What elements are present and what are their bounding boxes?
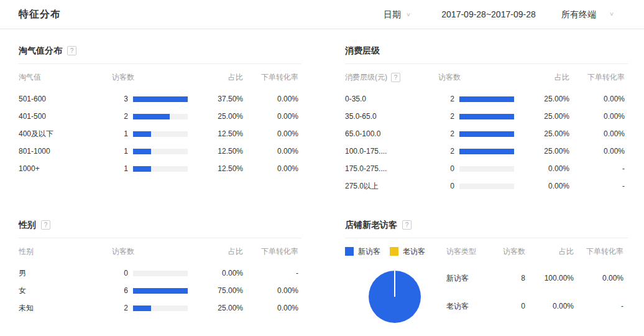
cell-visitors: 0 xyxy=(112,269,128,278)
feature-distribution-page: 特征分布 日期∨ 2017-09-28~2017-09-28 所有终端 ∨ 淘气… xyxy=(0,0,644,336)
cell-label: 801-1000 xyxy=(19,147,112,156)
cell-share: 0.00% xyxy=(188,269,243,278)
panel-title-row: 性别 ? xyxy=(19,218,301,238)
cell-visitors: 2 xyxy=(438,147,454,156)
visitors-bar-fill xyxy=(459,96,514,102)
column-header-visitors: 访客数 xyxy=(112,72,188,83)
cell-label: 275.0以上 xyxy=(345,181,438,192)
cell-share: 12.50% xyxy=(188,147,243,156)
cell-conversion: 0.00% xyxy=(569,129,625,138)
cell-label: 400及以下 xyxy=(19,129,112,139)
cell-visitors: 2 xyxy=(112,112,128,121)
cell-conversion: 0.00% xyxy=(574,274,623,282)
help-icon[interactable]: ? xyxy=(391,73,400,82)
visitors-bar xyxy=(128,288,188,294)
cell-conversion: 0.00% xyxy=(243,304,298,312)
visitors-bar xyxy=(128,96,188,102)
cell-visitors: 3 xyxy=(112,95,128,103)
cell-conversion: 0.00% xyxy=(243,286,298,295)
cell-label: 401-500 xyxy=(19,112,112,121)
table-row: 未知225.00%0.00% xyxy=(19,299,301,317)
legend-item-new-visitor[interactable]: 新访客 xyxy=(345,246,380,257)
column-header-share: 占比 xyxy=(525,246,574,257)
column-header-share: 占比 xyxy=(188,72,243,83)
cell-share: 100.00% xyxy=(525,274,574,282)
table-row: 1000+112.50%0.00% xyxy=(19,160,301,177)
cell-visitors: 2 xyxy=(438,112,454,121)
legend-swatch-old-icon xyxy=(390,247,398,256)
table-row: 0-35.0225.00%0.00% xyxy=(345,90,628,108)
column-header-share: 占比 xyxy=(188,246,243,257)
cell-conversion: 0.00% xyxy=(569,112,625,121)
chevron-down-icon: ∨ xyxy=(406,12,411,18)
date-range-picker[interactable]: 2017-09-28~2017-09-28 xyxy=(437,9,540,19)
cell-conversion: 0.00% xyxy=(569,95,625,103)
cell-share: 25.00% xyxy=(188,304,243,312)
cell-visitors: 0 xyxy=(489,302,525,310)
cell-conversion: 0.00% xyxy=(243,147,298,156)
date-type-dropdown[interactable]: 日期∨ xyxy=(384,9,411,21)
visitors-bar xyxy=(454,149,514,154)
panel-title-row: 消费层级 xyxy=(345,44,628,64)
cell-conversion: 0.00% xyxy=(243,164,298,173)
cell-share: 37.50% xyxy=(188,95,243,103)
cell-visitors: 1 xyxy=(112,147,128,156)
cell-visitors: 0 xyxy=(438,164,454,173)
chevron-down-icon[interactable]: ∨ xyxy=(609,11,614,17)
column-header-text: 淘气值 xyxy=(19,72,41,83)
cell-conversion: - xyxy=(243,269,298,278)
cell-conversion: 0.00% xyxy=(569,147,625,156)
cell-share: 0.00% xyxy=(514,164,569,173)
visitors-bar-fill xyxy=(133,114,170,119)
legend-item-old-visitor[interactable]: 老访客 xyxy=(390,246,425,257)
cell-share: 25.00% xyxy=(514,129,569,138)
cell-label: 1000+ xyxy=(19,164,112,173)
cell-share: 0.00% xyxy=(525,302,574,310)
cell-visitors: 8 xyxy=(489,274,525,282)
cell-share: 25.00% xyxy=(188,112,243,121)
table-row: 男00.00%- xyxy=(19,264,301,282)
visitors-bar-fill xyxy=(133,96,188,102)
visitors-bar xyxy=(454,114,514,119)
table-row: 175.0-275....00.00%- xyxy=(345,160,628,177)
table-row: 老访客00.00%- xyxy=(446,297,623,315)
panel-taoqi-value-distribution: 淘气值分布 ? 淘气值 访客数 占比 下单转化率 501-600337.50%0… xyxy=(19,44,301,177)
panel-new-old-visitors: 店铺新老访客 ? 新访客 老访客 访客类型 访客数 占比 下单转化率 xyxy=(345,218,628,330)
terminal-label: 所有终端 xyxy=(561,9,596,19)
help-icon[interactable]: ? xyxy=(402,220,412,230)
visitors-bar xyxy=(128,114,188,119)
column-header-label: 消费层级(元) ? xyxy=(345,72,438,83)
table-header: 消费层级(元) ? 访客数 占比 下单转化率 xyxy=(345,64,628,90)
table-header: 淘气值 访客数 占比 下单转化率 xyxy=(19,64,301,90)
cell-conversion: 0.00% xyxy=(243,95,298,103)
cell-conversion: - xyxy=(569,164,625,173)
cell-label: 0-35.0 xyxy=(345,95,438,103)
cell-visitors: 2 xyxy=(438,95,454,103)
pie-chart xyxy=(369,271,421,323)
column-header-text: 消费层级(元) xyxy=(345,72,387,83)
page-title: 特征分布 xyxy=(19,8,61,21)
cell-visitors: 2 xyxy=(112,304,128,312)
column-header-visitors: 访客数 xyxy=(438,72,514,83)
legend-label: 老访客 xyxy=(403,246,425,257)
column-header-conversion: 下单转化率 xyxy=(574,246,623,257)
cell-label: 100.0-175.... xyxy=(345,147,438,156)
terminal-dropdown[interactable]: 所有终端 xyxy=(561,9,596,21)
visitors-bar-fill xyxy=(133,131,151,137)
cell-conversion: 0.00% xyxy=(243,129,298,138)
pie-header-row: 新访客 老访客 访客类型 访客数 占比 下单转化率 xyxy=(345,238,628,264)
cell-label: 女 xyxy=(19,286,112,296)
column-header-visitor-type: 访客类型 xyxy=(446,246,489,257)
cell-label: 未知 xyxy=(19,303,112,314)
visitors-bar xyxy=(454,96,514,102)
legend-label: 新访客 xyxy=(358,246,380,257)
cell-label: 501-600 xyxy=(19,95,112,103)
panel-title: 店铺新老访客 xyxy=(345,220,397,231)
page-header: 特征分布 日期∨ 2017-09-28~2017-09-28 所有终端 ∨ xyxy=(0,0,644,29)
help-icon[interactable]: ? xyxy=(67,46,76,55)
date-type-label: 日期 xyxy=(384,9,401,19)
visitors-bar xyxy=(128,271,188,276)
visitors-bar xyxy=(454,131,514,137)
help-icon[interactable]: ? xyxy=(41,220,50,230)
chart-legend: 新访客 老访客 xyxy=(345,246,435,257)
